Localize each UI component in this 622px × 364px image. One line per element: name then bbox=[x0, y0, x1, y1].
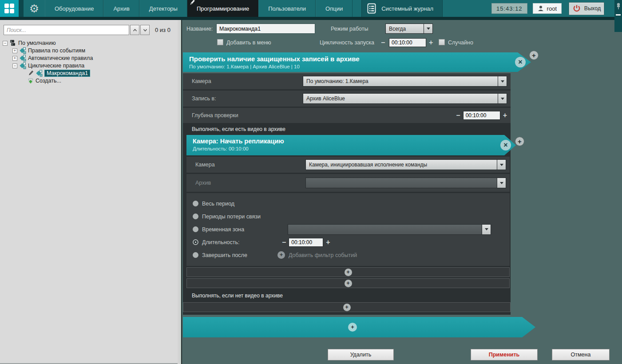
search-input[interactable] bbox=[4, 25, 129, 35]
logout-button[interactable]: Выход bbox=[569, 2, 604, 15]
radio-selected-icon[interactable] bbox=[193, 239, 198, 245]
archive-select-disabled bbox=[305, 178, 506, 188]
topbar-shadow-strip bbox=[0, 17, 622, 20]
record-to-select-value[interactable]: Архив AliceBlue bbox=[303, 93, 498, 104]
action-block-body: Камера По умолчанию: 1.Камера Запись в: … bbox=[183, 73, 511, 315]
add-top-level-action-band[interactable]: + bbox=[183, 317, 535, 337]
rule-group-icon bbox=[19, 62, 26, 69]
tree-item-event-rules[interactable]: + Правила по событиям bbox=[0, 47, 178, 54]
mode-select-value[interactable]: Всегда bbox=[385, 24, 424, 34]
radio-row-whole-period[interactable]: Весь период bbox=[193, 197, 506, 210]
radio-row-finish-after[interactable]: Завершить после + Добавить фильтр событи… bbox=[193, 249, 506, 261]
minus-stepper-button[interactable]: − bbox=[381, 38, 385, 47]
plus-stepper-button[interactable]: + bbox=[326, 238, 330, 247]
plus-stepper-button[interactable]: + bbox=[503, 111, 507, 120]
tab-detectors[interactable]: Детекторы bbox=[139, 0, 187, 17]
tree-item-label: Циклические правила bbox=[28, 63, 84, 69]
time-zone-select-value bbox=[288, 224, 482, 235]
tab-system-journal[interactable]: Системный журнал bbox=[361, 0, 443, 17]
radio-row-time-zone[interactable]: Временная зона bbox=[193, 223, 506, 236]
camera-select[interactable]: По умолчанию: 1.Камера bbox=[303, 76, 507, 87]
action-block-check-archive: Проверить наличие защищенных записей в а… bbox=[183, 52, 543, 315]
tab-programming[interactable]: Программирование bbox=[187, 0, 258, 17]
add-filter-plus-icon[interactable]: + bbox=[277, 251, 285, 259]
collapse-handle[interactable] bbox=[616, 14, 621, 16]
dropdown-arrow-button[interactable] bbox=[498, 93, 507, 104]
add-action-plus-icon[interactable]: + bbox=[515, 137, 524, 146]
action-subtitle: По умолчанию: 1.Камера | Архив AliceBlue… bbox=[183, 63, 531, 69]
action-block-header[interactable]: Проверить наличие защищенных записей в а… bbox=[183, 52, 531, 72]
plus-stepper-button[interactable]: + bbox=[429, 38, 433, 47]
camera-select-value[interactable]: По умолчанию: 1.Камера bbox=[303, 76, 498, 87]
radio-icon[interactable] bbox=[193, 226, 198, 232]
close-icon[interactable]: × bbox=[500, 140, 511, 150]
tab-equipment[interactable]: Оборудование bbox=[45, 0, 103, 17]
chevron-up-icon bbox=[133, 28, 137, 32]
top-bar: ⚙ Оборудование Архив Детекторы Программи… bbox=[0, 0, 622, 17]
clock-display: 15:43:12 bbox=[491, 3, 527, 14]
check-depth-input[interactable] bbox=[463, 111, 500, 120]
app-logo[interactable] bbox=[0, 0, 19, 17]
record-to-select[interactable]: Архив AliceBlue bbox=[303, 93, 507, 104]
dropdown-arrow-button[interactable] bbox=[498, 76, 507, 87]
settings-gear-button[interactable]: ⚙ bbox=[24, 0, 45, 17]
cancel-button[interactable]: Отмена bbox=[552, 349, 610, 360]
current-user-button[interactable]: root bbox=[533, 3, 562, 14]
panel-splitter[interactable] bbox=[178, 20, 182, 364]
expand-expander-icon[interactable]: + bbox=[12, 48, 17, 53]
search-prev-button[interactable] bbox=[130, 25, 139, 35]
action-block-header[interactable]: Камера: Начать репликацию Длительность: … bbox=[186, 135, 516, 155]
tree-item-macro[interactable]: Макрокоманда1 bbox=[0, 70, 178, 77]
add-condition-row[interactable]: + bbox=[186, 278, 510, 288]
caret-down-icon bbox=[500, 182, 503, 184]
add-condition-row[interactable]: + bbox=[186, 267, 510, 277]
radio-icon[interactable] bbox=[193, 201, 198, 206]
camera-field-row: Камера По умолчанию: 1.Камера bbox=[183, 73, 511, 89]
add-to-menu-checkbox[interactable] bbox=[217, 39, 223, 45]
cycle-time-input[interactable] bbox=[389, 38, 426, 47]
tree-item-cyclic-rules[interactable]: − Циклические правила bbox=[0, 62, 178, 69]
radio-row-duration[interactable]: Длительность: − + bbox=[193, 236, 506, 249]
search-next-button[interactable] bbox=[140, 25, 150, 35]
tree-item-label: Автоматические правила bbox=[28, 55, 93, 61]
mode-select[interactable]: Всегда bbox=[385, 24, 433, 34]
expand-expander-icon[interactable]: + bbox=[12, 56, 17, 61]
camera-select-value[interactable]: Камера, инициировавшая исполнение команд… bbox=[305, 159, 497, 170]
panel-pin-strip[interactable] bbox=[614, 0, 622, 32]
tree-selected-item[interactable]: Макрокоманда1 bbox=[44, 70, 90, 77]
tree-item-root[interactable]: − По умолчанию bbox=[0, 40, 178, 47]
camera-field-row: Камера Камера, инициировавшая исполнение… bbox=[186, 157, 510, 173]
tree-item-create[interactable]: Создать... bbox=[0, 77, 178, 84]
check-depth-row: Глубина проверки − + bbox=[183, 108, 511, 123]
duration-input[interactable] bbox=[289, 238, 323, 247]
tab-options[interactable]: Опции bbox=[316, 0, 353, 17]
dropdown-arrow-button[interactable] bbox=[424, 24, 433, 34]
dropdown-arrow-button[interactable] bbox=[497, 159, 506, 170]
delete-button[interactable]: Удалить bbox=[328, 349, 394, 360]
tab-programming-label: Программирование bbox=[197, 5, 249, 12]
collapse-expander-icon[interactable]: − bbox=[12, 63, 17, 68]
collapse-expander-icon[interactable]: − bbox=[3, 41, 8, 46]
radio-icon[interactable] bbox=[193, 214, 198, 219]
close-icon[interactable]: × bbox=[515, 57, 526, 67]
radio-icon[interactable] bbox=[193, 252, 198, 258]
action-subtitle: Длительность: 00:10:00 bbox=[186, 145, 516, 151]
add-plus-icon: + bbox=[345, 269, 352, 276]
pencil-icon bbox=[28, 70, 34, 76]
tab-archive[interactable]: Архив bbox=[103, 0, 139, 17]
macro-name-input[interactable] bbox=[216, 24, 315, 34]
tab-users[interactable]: Пользователи bbox=[258, 0, 316, 17]
apply-button[interactable]: Применить bbox=[471, 349, 538, 360]
rules-tree: − По умолчанию + Правила по событиям + А… bbox=[0, 38, 178, 84]
caret-down-icon bbox=[501, 80, 504, 83]
minus-stepper-button[interactable]: − bbox=[282, 238, 286, 247]
random-checkbox[interactable] bbox=[439, 39, 445, 45]
record-to-label: Запись в: bbox=[192, 95, 303, 102]
radio-row-loss-periods[interactable]: Периоды потери связи bbox=[193, 210, 506, 223]
camera-select[interactable]: Камера, инициировавшая исполнение команд… bbox=[305, 159, 506, 170]
minus-stepper-button[interactable]: − bbox=[456, 111, 460, 120]
add-action-plus-icon[interactable]: + bbox=[529, 51, 539, 60]
rule-group-icon bbox=[19, 55, 26, 62]
tree-item-auto-rules[interactable]: + Автоматические правила bbox=[0, 55, 178, 62]
add-action-row[interactable]: + bbox=[183, 302, 511, 312]
